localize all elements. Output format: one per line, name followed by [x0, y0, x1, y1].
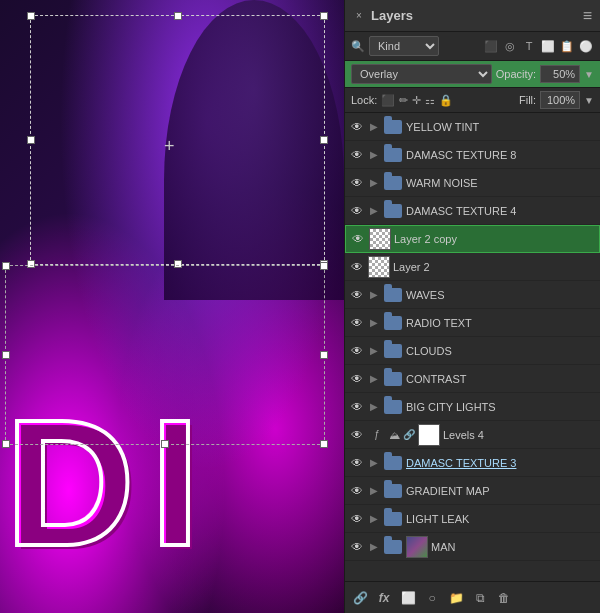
layer-visibility-icon[interactable]: 👁: [349, 399, 365, 415]
panel-menu-button[interactable]: ≡: [583, 7, 592, 25]
layer-item[interactable]: 👁 ▶ DAMASC TEXTURE 8: [345, 141, 600, 169]
handle-tr[interactable]: [320, 12, 328, 20]
filter-pixel-icon[interactable]: ⬛: [483, 38, 499, 54]
layer-item[interactable]: 👁 ▶ LIGHT LEAK: [345, 505, 600, 533]
layer-visibility-icon[interactable]: 👁: [349, 343, 365, 359]
layer-folder-icon: [383, 285, 403, 305]
layer-expand-icon[interactable]: ▶: [368, 315, 380, 331]
layer-visibility-icon[interactable]: 👁: [349, 147, 365, 163]
fill-input[interactable]: [540, 91, 580, 109]
layer-expand-icon[interactable]: ▶: [368, 539, 380, 555]
layer-item[interactable]: 👁 ▶ GRADIENT MAP: [345, 477, 600, 505]
layer-name: RADIO TEXT: [406, 317, 596, 329]
circle-mask-icon[interactable]: ○: [423, 589, 441, 607]
layer-name-special: DAMASC TEXTURE 3: [406, 457, 596, 469]
selection-box-bottom[interactable]: [5, 265, 325, 445]
lock-move-icon[interactable]: ✛: [412, 94, 421, 107]
layer-visibility-icon[interactable]: 👁: [349, 315, 365, 331]
layer-item[interactable]: 👁 ▶ CONTRAST: [345, 365, 600, 393]
layer-visibility-icon[interactable]: 👁: [349, 175, 365, 191]
lock-transparency-icon[interactable]: ⬛: [381, 94, 395, 107]
layer-item[interactable]: 👁 ▶ YELLOW TINT: [345, 113, 600, 141]
lock-fill-row: Lock: ⬛ ✏ ✛ ⚏ 🔒 Fill: ▼: [345, 88, 600, 113]
handle-ml-2[interactable]: [2, 351, 10, 359]
layer-visibility-icon[interactable]: 👁: [349, 371, 365, 387]
layer-visibility-icon[interactable]: 👁: [349, 119, 365, 135]
layer-item[interactable]: 👁 ▶ BIG CITY LIGHTS: [345, 393, 600, 421]
layer-expand-icon[interactable]: ▶: [368, 287, 380, 303]
handle-bl-2[interactable]: [2, 440, 10, 448]
handle-tl-2[interactable]: [2, 262, 10, 270]
layer-item[interactable]: 👁 ▶ DAMASC TEXTURE 3: [345, 449, 600, 477]
new-group-icon[interactable]: 📁: [447, 589, 465, 607]
lock-all-icon[interactable]: 🔒: [439, 94, 453, 107]
layer-expand-icon[interactable]: ▶: [368, 203, 380, 219]
layer-expand-icon[interactable]: ▶: [368, 175, 380, 191]
opacity-input[interactable]: [540, 65, 580, 83]
layer-folder-icon: [383, 481, 403, 501]
filter-shape-icon[interactable]: ⬜: [540, 38, 556, 54]
handle-tl[interactable]: [27, 12, 35, 20]
fill-arrow[interactable]: ▼: [584, 95, 594, 106]
handle-mr-2[interactable]: [320, 351, 328, 359]
blend-mode-select[interactable]: Overlay: [351, 64, 492, 84]
layer-visibility-icon[interactable]: 👁: [349, 539, 365, 555]
layer-name: WAVES: [406, 289, 596, 301]
layer-expand-icon[interactable]: ▶: [368, 455, 380, 471]
filter-smart-icon[interactable]: 📋: [559, 38, 575, 54]
layer-visibility-icon[interactable]: 👁: [349, 427, 365, 443]
filter-adjust-icon[interactable]: ◎: [502, 38, 518, 54]
new-layer-icon[interactable]: ⧉: [471, 589, 489, 607]
layer-item-selected[interactable]: 👁 Layer 2 copy: [345, 225, 600, 253]
layer-name: Levels 4: [443, 429, 596, 441]
layer-expand-icon[interactable]: ▶: [368, 343, 380, 359]
layer-expand-icon[interactable]: ▶: [368, 147, 380, 163]
layer-expand-icon[interactable]: ▶: [368, 483, 380, 499]
layer-visibility-icon[interactable]: 👁: [349, 455, 365, 471]
layer-visibility-icon[interactable]: 👁: [350, 231, 366, 247]
layer-item[interactable]: 👁 Layer 2: [345, 253, 600, 281]
layer-item[interactable]: 👁 ▶ WARM NOISE: [345, 169, 600, 197]
layer-thumbnail: [368, 256, 390, 278]
layer-item[interactable]: 👁 ▶ CLOUDS: [345, 337, 600, 365]
panel-close-button[interactable]: ×: [353, 10, 365, 22]
layer-item[interactable]: 👁 ▶ RADIO TEXT: [345, 309, 600, 337]
handle-tm[interactable]: [174, 12, 182, 20]
lock-brush-icon[interactable]: ✏: [399, 94, 408, 107]
handle-tr-2[interactable]: [320, 262, 328, 270]
opacity-arrow[interactable]: ▼: [584, 69, 594, 80]
layer-folder-icon: [383, 201, 403, 221]
layer-visibility-icon[interactable]: 👁: [349, 483, 365, 499]
filter-type-icon[interactable]: T: [521, 38, 537, 54]
layer-expand-icon[interactable]: ▶: [368, 371, 380, 387]
layer-folder-icon: [383, 397, 403, 417]
levels-layer-item[interactable]: 👁 ƒ ⛰ 🔗 Levels 4: [345, 421, 600, 449]
kind-select[interactable]: Kind: [369, 36, 439, 56]
handle-ml[interactable]: [27, 136, 35, 144]
chain-icon: 🔗: [403, 429, 415, 440]
handle-bm-2[interactable]: [161, 440, 169, 448]
layer-expand-icon[interactable]: ▶: [368, 511, 380, 527]
bottom-toolbar: 🔗 fx ⬜ ○ 📁 ⧉ 🗑: [345, 581, 600, 613]
layer-name: MAN: [431, 541, 596, 553]
fx-icon[interactable]: fx: [375, 589, 393, 607]
mask-icon[interactable]: ⬜: [399, 589, 417, 607]
layer-name: Layer 2: [393, 261, 596, 273]
delete-layer-icon[interactable]: 🗑: [495, 589, 513, 607]
layer-item[interactable]: 👁 ▶ MAN: [345, 533, 600, 561]
layer-visibility-icon[interactable]: 👁: [349, 203, 365, 219]
layer-item[interactable]: 👁 ▶ WAVES: [345, 281, 600, 309]
crosshair: [165, 138, 181, 154]
layer-visibility-icon[interactable]: 👁: [349, 511, 365, 527]
layer-expand-icon[interactable]: ▶: [368, 399, 380, 415]
filter-toggle-icon[interactable]: ⚪: [578, 38, 594, 54]
layer-name: WARM NOISE: [406, 177, 596, 189]
link-icon[interactable]: 🔗: [351, 589, 369, 607]
layer-visibility-icon[interactable]: 👁: [349, 259, 365, 275]
layer-visibility-icon[interactable]: 👁: [349, 287, 365, 303]
handle-br-2[interactable]: [320, 440, 328, 448]
lock-artboard-icon[interactable]: ⚏: [425, 94, 435, 107]
layer-item[interactable]: 👁 ▶ DAMASC TEXTURE 4: [345, 197, 600, 225]
handle-mr[interactable]: [320, 136, 328, 144]
layer-expand-icon[interactable]: ▶: [368, 119, 380, 135]
